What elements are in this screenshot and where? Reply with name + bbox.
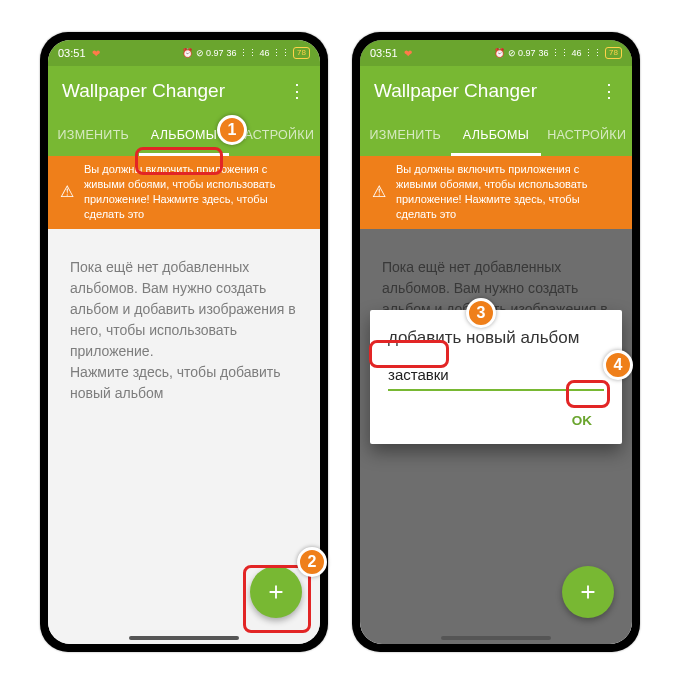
status-heart-icon: ❤ (404, 48, 412, 59)
new-album-dialog: добавить новый альбом OK (370, 310, 622, 444)
callout-badge-1: 1 (217, 115, 247, 145)
status-bar: 03:51 ❤ ⏰ ⊘ 0.97 36 ⋮⋮ 46 ⋮⋮ 78 (360, 40, 632, 66)
warning-banner[interactable]: ⚠ Вы должны включить приложения с живыми… (48, 156, 320, 229)
plus-icon (265, 581, 287, 603)
callout-badge-4: 4 (603, 350, 633, 380)
app-title: Wallpaper Changer (62, 80, 288, 102)
battery-icon: 78 (293, 47, 310, 59)
nav-pill (441, 636, 551, 640)
dialog-title: добавить новый альбом (388, 328, 604, 348)
status-time: 03:51 (58, 47, 86, 59)
warning-banner[interactable]: ⚠ Вы должны включить приложения с живыми… (360, 156, 632, 229)
album-name-input[interactable] (388, 362, 604, 391)
screen-left: 03:51 ❤ ⏰ ⊘ 0.97 36 ⋮⋮ 46 ⋮⋮ 78 Wallpape… (48, 40, 320, 644)
status-bar: 03:51 ❤ ⏰ ⊘ 0.97 36 ⋮⋮ 46 ⋮⋮ 78 (48, 40, 320, 66)
tab-settings[interactable]: НАСТРОЙКИ (541, 116, 632, 156)
tab-albums[interactable]: АЛЬБОМЫ (451, 116, 542, 156)
app-bar: Wallpaper Changer ⋮ (48, 66, 320, 116)
add-album-fab[interactable] (562, 566, 614, 618)
plus-icon (577, 581, 599, 603)
status-indicators: ⏰ ⊘ 0.97 36 ⋮⋮ 46 ⋮⋮ 78 (494, 47, 622, 59)
app-bar: Wallpaper Changer ⋮ (360, 66, 632, 116)
status-time: 03:51 (370, 47, 398, 59)
warning-icon: ⚠ (368, 181, 390, 203)
callout-badge-2: 2 (297, 547, 327, 577)
battery-icon: 78 (605, 47, 622, 59)
overflow-menu-icon[interactable]: ⋮ (288, 82, 306, 100)
status-indicators: ⏰ ⊘ 0.97 36 ⋮⋮ 46 ⋮⋮ 78 (182, 47, 310, 59)
phone-frame-right: 03:51 ❤ ⏰ ⊘ 0.97 36 ⋮⋮ 46 ⋮⋮ 78 Wallpape… (352, 32, 640, 652)
tab-albums[interactable]: АЛЬБОМЫ (139, 116, 230, 156)
app-title: Wallpaper Changer (374, 80, 600, 102)
phone-frame-left: 03:51 ❤ ⏰ ⊘ 0.97 36 ⋮⋮ 46 ⋮⋮ 78 Wallpape… (40, 32, 328, 652)
nav-pill (129, 636, 239, 640)
screen-right: 03:51 ❤ ⏰ ⊘ 0.97 36 ⋮⋮ 46 ⋮⋮ 78 Wallpape… (360, 40, 632, 644)
tab-change[interactable]: ИЗМЕНИТЬ (360, 116, 451, 156)
tab-change[interactable]: ИЗМЕНИТЬ (48, 116, 139, 156)
dialog-ok-button[interactable]: OK (560, 407, 604, 434)
callout-badge-3: 3 (466, 298, 496, 328)
tab-bar: ИЗМЕНИТЬ АЛЬБОМЫ НАСТРОЙКИ (48, 116, 320, 156)
overflow-menu-icon[interactable]: ⋮ (600, 82, 618, 100)
add-album-fab[interactable] (250, 566, 302, 618)
status-heart-icon: ❤ (92, 48, 100, 59)
warning-icon: ⚠ (56, 181, 78, 203)
warning-text: Вы должны включить приложения с живыми о… (390, 162, 622, 221)
tab-bar: ИЗМЕНИТЬ АЛЬБОМЫ НАСТРОЙКИ (360, 116, 632, 156)
warning-text: Вы должны включить приложения с живыми о… (78, 162, 310, 221)
